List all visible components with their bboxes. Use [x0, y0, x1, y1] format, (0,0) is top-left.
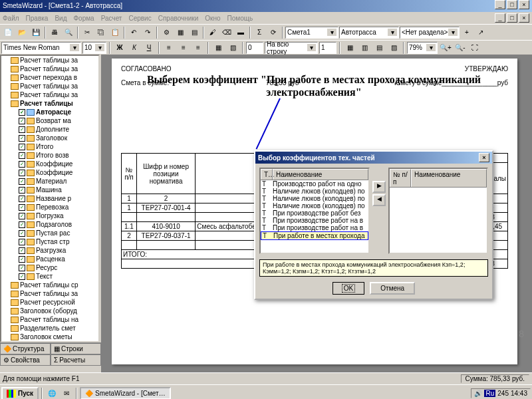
align-left-icon[interactable]: ≡ [162, 41, 176, 55]
list-item[interactable]: ТПри производстве работ на в [261, 224, 368, 231]
preview-icon[interactable]: 🔍 [62, 26, 75, 39]
menu-file[interactable]: Файл [3, 15, 19, 22]
tree-item[interactable]: Расчет таблицы за [1, 65, 98, 73]
list-item[interactable]: ТНаличие люков (колодцев) по [261, 195, 368, 202]
refresh-icon[interactable]: ⟳ [267, 26, 280, 39]
tree-item[interactable]: Расчет таблицы за [1, 56, 98, 65]
mdi-minimize-button[interactable]: _ [495, 13, 505, 23]
tree-item[interactable]: Расчет таблицы за [1, 90, 98, 99]
system-tray[interactable]: 🔊 Ru 245 14:43 [471, 388, 531, 398]
dialog-close-icon[interactable]: × [479, 153, 489, 162]
border-icon[interactable]: ▦ [211, 41, 225, 55]
grid1-icon[interactable]: ▦ [343, 41, 356, 55]
tree-item[interactable]: Расчет таблицы [1, 99, 98, 108]
tray-icon[interactable]: 🔊 [474, 390, 482, 397]
line-scope-combo[interactable]: На всю строку▾ [265, 42, 318, 54]
maximize-button[interactable]: □ [507, 0, 517, 9]
tree-item[interactable]: Расчет таблицы на [1, 315, 98, 324]
eraser-icon[interactable]: ⌫ [220, 26, 233, 39]
open-icon[interactable]: 📂 [15, 26, 29, 39]
quicklaunch-icon[interactable]: 🌐 [45, 387, 59, 400]
tree-item[interactable]: ✓Перевозка [1, 203, 98, 211]
fontsize-combo[interactable]: 10▾ [82, 42, 106, 54]
tab-props[interactable]: ⚙Свойства [0, 354, 51, 366]
bold-icon[interactable]: Ж [113, 41, 126, 55]
zoom-out-icon[interactable]: 🔍- [454, 41, 467, 55]
tab-structure[interactable]: 🔶Структура [0, 343, 51, 354]
tree-item[interactable]: ✓Итого [1, 142, 98, 151]
grid3-icon[interactable]: ▤ [372, 41, 386, 55]
spin1[interactable]: 0 [246, 42, 263, 54]
menu-refs[interactable]: Справочники [158, 15, 199, 22]
tree-item[interactable]: ✓Материал [1, 177, 98, 186]
tree-item[interactable]: ✓Коэффицие [1, 168, 98, 177]
paste-icon[interactable]: 📋 [108, 26, 122, 39]
tree-item[interactable]: ✓Итого возв [1, 151, 98, 160]
tree-item[interactable]: ✓Ресурс [1, 263, 98, 272]
tab-calcs[interactable]: ΣРасчеты [51, 354, 101, 366]
font-combo[interactable]: Times New Roman▾ [1, 42, 81, 54]
highlight-icon[interactable]: ▬ [234, 26, 247, 39]
mdi-close-button[interactable]: × [519, 13, 529, 23]
cut-icon[interactable]: ✂ [80, 26, 94, 39]
tree-item[interactable]: ✓Текст [1, 272, 98, 281]
export-icon[interactable]: ↗ [474, 26, 487, 39]
move-left-button[interactable]: ◀ [372, 194, 386, 206]
menu-edit[interactable]: Правка [26, 15, 49, 22]
tree-item[interactable]: Расчет ресурсной [1, 298, 98, 307]
tree-item[interactable]: ✓Расценка [1, 255, 98, 263]
tree-item[interactable]: Разделитель смет [1, 324, 98, 332]
tree-item[interactable]: ✓Дополните [1, 125, 98, 134]
print-icon[interactable]: 🖶 [48, 26, 61, 39]
list-item[interactable]: ТНаличие люков (колодцев) по [261, 188, 368, 195]
tree-item[interactable]: ✓Пустая стр [1, 237, 98, 246]
taskbar-app-button[interactable]: 🔶SmetaWizard - [Смет… [80, 387, 171, 399]
tray-lang-icon[interactable]: Ru [484, 390, 495, 397]
calc-icon[interactable]: Σ [253, 26, 266, 39]
tree-item[interactable]: ✓Название р [1, 194, 98, 203]
start-button[interactable]: Пуск [1, 387, 39, 400]
tree-item[interactable]: ✓Погрузка [1, 211, 98, 220]
tray-clock[interactable]: 14:43 [511, 390, 527, 397]
menu-help[interactable]: Помощь [227, 15, 253, 22]
align-right-icon[interactable]: ≡ [192, 41, 205, 55]
list-item[interactable]: ТПроизводство работ на одно [261, 180, 368, 188]
source-listbox[interactable]: Т… Наименование ТПроизводство работ на о… [259, 168, 370, 254]
new-icon[interactable]: 📄 [1, 26, 15, 39]
tree-item[interactable]: Расчет таблицы за [1, 289, 98, 298]
tree-item[interactable]: ✓Коэффицие [1, 160, 98, 168]
zoom-fit-icon[interactable]: ⛶ [468, 41, 481, 55]
tree-item[interactable]: ✓Авторасце [1, 108, 98, 116]
tree-panel[interactable]: Расчет таблицы заРасчет таблицы заРасчет… [0, 55, 100, 342]
ok-button[interactable]: OK [332, 282, 364, 295]
move-right-button[interactable]: ▶ [372, 181, 386, 193]
menu-view[interactable]: Вид [55, 15, 66, 22]
copy-icon[interactable]: ⿻ [94, 26, 108, 39]
tree-item[interactable]: Заголовок сметы [1, 332, 98, 341]
brush-icon[interactable]: 🖌 [206, 26, 219, 39]
tree-item[interactable]: ✓Подзаголов [1, 220, 98, 229]
tree-item[interactable]: ✓Машина [1, 186, 98, 194]
tree-item[interactable]: Расчет перехода в [1, 73, 98, 82]
tree-item[interactable]: ✓Разгрузка [1, 246, 98, 255]
quicklaunch-icon2[interactable]: ✉ [60, 387, 73, 400]
zoom-combo[interactable]: 79%▾ [407, 42, 438, 54]
tool-icon[interactable]: ⚙ [160, 26, 173, 39]
menu-calc[interactable]: Расчет [101, 15, 122, 22]
mdi-maximize-button[interactable]: □ [507, 13, 517, 23]
undo-icon[interactable]: ↶ [127, 26, 140, 39]
italic-icon[interactable]: К [128, 41, 141, 55]
menu-form[interactable]: Форма [73, 15, 94, 22]
tab-rows[interactable]: ▦Строки [51, 343, 101, 354]
project-combo[interactable]: Автотрасса▾ [339, 27, 399, 39]
save-icon[interactable]: 💾 [29, 26, 43, 39]
smeta-combo[interactable]: Смета1▾ [285, 27, 338, 39]
tree-item[interactable]: ✓Возврат ма [1, 116, 98, 125]
tree-item[interactable]: ✓Пустая рас [1, 229, 98, 237]
cancel-button[interactable]: Отмена [370, 282, 415, 295]
menu-window[interactable]: Окно [205, 15, 220, 22]
tree-item[interactable]: Расчет таблицы ср [1, 281, 98, 289]
minimize-button[interactable]: _ [495, 0, 505, 9]
close-button[interactable]: × [519, 0, 529, 9]
add-icon[interactable]: + [460, 26, 473, 39]
